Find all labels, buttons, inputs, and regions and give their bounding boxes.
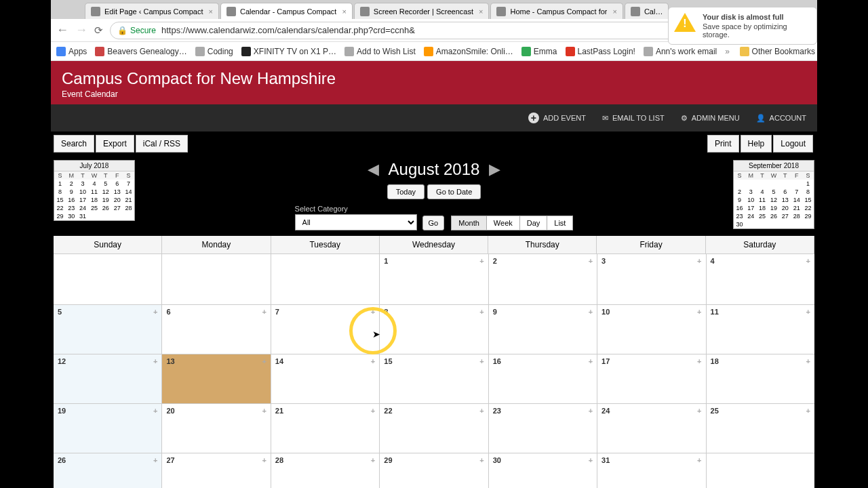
calendar-cell[interactable] (271, 254, 380, 304)
browser-tab[interactable]: Cal… (625, 3, 669, 19)
other-bookmarks[interactable]: » Other Bookmarks (725, 47, 815, 56)
logout-button[interactable]: Logout (773, 135, 813, 152)
calendar-cell[interactable] (707, 453, 814, 488)
category-select[interactable]: All (295, 214, 417, 230)
add-event-plus-icon[interactable]: + (371, 407, 375, 415)
calendar-cell[interactable]: 21+ (271, 404, 380, 453)
bookmark-item[interactable]: Coding (195, 47, 233, 56)
next-month-button[interactable]: ▶ (489, 161, 500, 178)
mini-calendar-next[interactable]: September 2018 SMTWTFS123456789101112131… (733, 160, 814, 229)
add-event-plus-icon[interactable]: + (479, 407, 484, 415)
add-event-plus-icon[interactable]: + (262, 407, 266, 415)
tab-close-icon[interactable]: × (479, 7, 483, 16)
view-month-button[interactable]: Month (451, 216, 487, 230)
print-button[interactable]: Print (707, 135, 739, 152)
calendar-cell[interactable]: 11+ (707, 305, 814, 354)
calendar-cell[interactable]: 7+ (271, 305, 380, 354)
forward-button[interactable]: → (75, 23, 87, 37)
tab-close-icon[interactable]: × (342, 7, 346, 16)
bookmark-item[interactable]: XFINITY TV on X1 P… (241, 47, 336, 56)
calendar-cell[interactable]: 9+ (489, 305, 597, 354)
calendar-cell[interactable]: 30+ (489, 453, 597, 488)
calendar-cell[interactable]: 13+ (162, 354, 271, 403)
add-event-plus-icon[interactable]: + (479, 257, 484, 265)
go-button[interactable]: Go (422, 216, 445, 230)
ical-button[interactable]: iCal / RSS (136, 135, 188, 152)
export-button[interactable]: Export (96, 135, 134, 152)
calendar-cell[interactable]: 10+ (597, 305, 706, 354)
add-event-plus-icon[interactable]: + (589, 257, 593, 265)
calendar-cell[interactable]: 1+ (380, 254, 488, 304)
add-event-plus-icon[interactable]: + (697, 257, 701, 265)
calendar-cell[interactable] (54, 254, 162, 304)
calendar-cell[interactable]: 29+ (380, 453, 488, 488)
tab-close-icon[interactable]: × (209, 7, 213, 16)
back-button[interactable]: ← (56, 23, 68, 37)
add-event-plus-icon[interactable]: + (371, 308, 375, 316)
admin-menu-button[interactable]: ⚙ADMIN MENU (681, 114, 740, 123)
calendar-cell[interactable]: 18+ (707, 354, 814, 403)
bookmark-item[interactable]: LastPass Login! (566, 47, 635, 56)
calendar-cell[interactable]: 17+ (597, 354, 706, 403)
bookmark-item[interactable]: Beavers Genealogy… (95, 47, 186, 56)
add-event-plus-icon[interactable]: + (153, 308, 157, 316)
view-day-button[interactable]: Day (520, 216, 548, 230)
calendar-cell[interactable]: 8+ (380, 305, 488, 354)
calendar-cell[interactable]: 26+ (54, 453, 162, 488)
bookmark-item[interactable]: Ann's work email (644, 47, 717, 56)
add-event-plus-icon[interactable]: + (262, 357, 266, 365)
add-event-button[interactable]: +ADD EVENT (528, 113, 586, 123)
calendar-cell[interactable]: 22+ (380, 404, 488, 453)
calendar-cell[interactable]: 20+ (162, 404, 271, 453)
today-button[interactable]: Today (387, 184, 425, 199)
calendar-cell[interactable]: 15+ (380, 354, 488, 403)
add-event-plus-icon[interactable]: + (153, 407, 157, 415)
add-event-plus-icon[interactable]: + (589, 308, 593, 316)
account-button[interactable]: 👤ACCOUNT (756, 114, 806, 123)
calendar-cell[interactable]: 25+ (707, 404, 814, 453)
calendar-cell[interactable]: 4+ (707, 254, 814, 304)
add-event-plus-icon[interactable]: + (479, 308, 484, 316)
search-button[interactable]: Search (54, 135, 94, 152)
prev-month-button[interactable]: ◀ (368, 161, 379, 178)
browser-tab[interactable]: Calendar - Campus Compact× (220, 3, 353, 19)
calendar-cell[interactable]: 5+ (54, 305, 162, 354)
add-event-plus-icon[interactable]: + (697, 308, 701, 316)
add-event-plus-icon[interactable]: + (806, 357, 810, 365)
add-event-plus-icon[interactable]: + (262, 456, 266, 464)
calendar-cell[interactable]: 28+ (271, 453, 380, 488)
reload-button[interactable]: ⟳ (94, 24, 103, 37)
calendar-cell[interactable]: 23+ (489, 404, 597, 453)
calendar-cell[interactable]: 12+ (54, 354, 162, 403)
calendar-cell[interactable]: 31+ (597, 453, 706, 488)
add-event-plus-icon[interactable]: + (697, 456, 701, 464)
bookmark-item[interactable]: AmazonSmile: Onli… (424, 47, 513, 56)
add-event-plus-icon[interactable]: + (153, 357, 157, 365)
mini-calendar-prev[interactable]: July 2018 SMTWTFS12345678910111213141516… (54, 160, 135, 221)
calendar-cell[interactable] (162, 254, 271, 304)
browser-tab[interactable]: Home - Campus Compact for× (490, 3, 623, 19)
calendar-cell[interactable]: 16+ (489, 354, 597, 403)
add-event-plus-icon[interactable]: + (479, 357, 484, 365)
calendar-cell[interactable]: 3+ (597, 254, 706, 304)
add-event-plus-icon[interactable]: + (589, 357, 593, 365)
tab-close-icon[interactable]: × (612, 7, 616, 16)
view-list-button[interactable]: List (547, 216, 573, 230)
add-event-plus-icon[interactable]: + (479, 456, 484, 464)
calendar-cell[interactable]: 6+ (162, 305, 271, 354)
add-event-plus-icon[interactable]: + (806, 308, 810, 316)
add-event-plus-icon[interactable]: + (697, 407, 701, 415)
view-week-button[interactable]: Week (487, 216, 520, 230)
add-event-plus-icon[interactable]: + (589, 456, 593, 464)
add-event-plus-icon[interactable]: + (153, 456, 157, 464)
email-list-button[interactable]: ✉EMAIL TO LIST (602, 114, 665, 123)
add-event-plus-icon[interactable]: + (262, 308, 266, 316)
add-event-plus-icon[interactable]: + (806, 407, 810, 415)
add-event-plus-icon[interactable]: + (371, 357, 375, 365)
url-input[interactable]: 🔒 Secure https://www.calendarwiz.com/cal… (110, 22, 762, 39)
calendar-cell[interactable]: 19+ (54, 404, 162, 453)
help-button[interactable]: Help (741, 135, 772, 152)
goto-date-button[interactable]: Go to Date (427, 184, 481, 199)
calendar-cell[interactable]: 24+ (597, 404, 706, 453)
add-event-plus-icon[interactable]: + (371, 456, 375, 464)
